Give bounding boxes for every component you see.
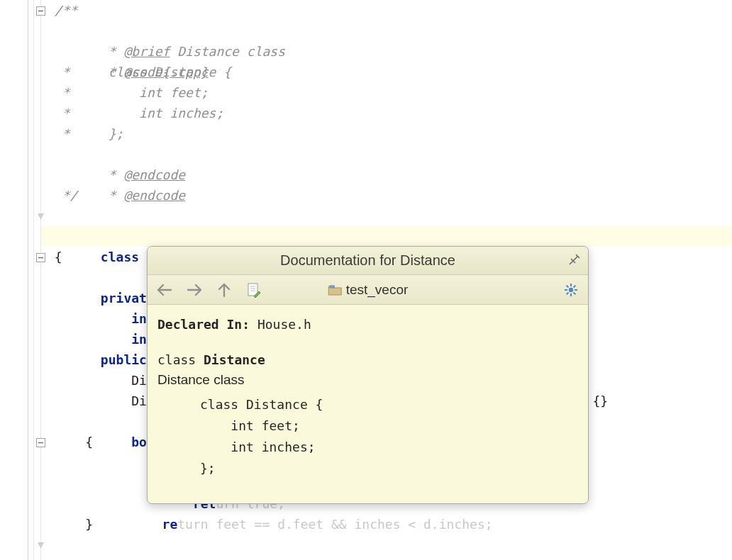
code-line[interactable]: * }; <box>47 123 123 144</box>
gutter[interactable] <box>0 0 41 560</box>
code-line[interactable] <box>47 391 55 411</box>
documentation-context[interactable]: test_vecor <box>328 282 409 298</box>
svg-rect-10 <box>330 286 334 288</box>
forward-icon[interactable] <box>186 281 203 298</box>
documentation-popup-header: Documentation for Distance <box>148 247 588 275</box>
svg-point-11 <box>569 287 573 291</box>
documentation-body[interactable]: Declared In: House.h class Distance Dist… <box>148 305 588 503</box>
svg-rect-14 <box>565 289 567 291</box>
svg-rect-18 <box>566 284 569 287</box>
code-line[interactable]: * int feet; <box>47 82 209 103</box>
svg-rect-17 <box>566 291 569 294</box>
context-label-text: test_vecor <box>346 282 409 298</box>
svg-rect-15 <box>575 289 577 291</box>
documentation-toolbar: test_vecor <box>148 275 588 305</box>
class-brief: Distance class <box>157 370 578 390</box>
declared-in-file: House.h <box>257 317 311 332</box>
svg-rect-19 <box>573 291 576 294</box>
documentation-popup-title: Documentation for Distance <box>280 252 455 269</box>
code-line[interactable]: * int inches; <box>47 103 223 123</box>
code-line[interactable]: * class Distance { <box>47 62 231 82</box>
pin-icon[interactable] <box>567 253 581 267</box>
code-line[interactable]: } <box>47 514 93 534</box>
code-line[interactable]: */ <box>47 185 77 206</box>
code-line[interactable]: /** <box>47 0 77 21</box>
declared-in-label: Declared In: <box>157 317 250 332</box>
svg-rect-12 <box>570 284 572 286</box>
class-name: Distance <box>204 352 265 367</box>
folder-icon <box>328 284 342 296</box>
up-icon[interactable] <box>216 281 233 298</box>
doc-code-sample: class Distance { int feet; int inches; }… <box>200 394 578 479</box>
class-keyword: class <box>157 352 204 367</box>
svg-rect-13 <box>570 293 572 296</box>
svg-rect-16 <box>573 284 576 287</box>
edit-source-icon[interactable] <box>245 281 262 298</box>
gear-icon[interactable] <box>562 281 580 298</box>
documentation-popup: Documentation for Distance <box>147 246 589 504</box>
back-icon[interactable] <box>156 281 173 298</box>
code-line[interactable]: { <box>47 432 93 452</box>
